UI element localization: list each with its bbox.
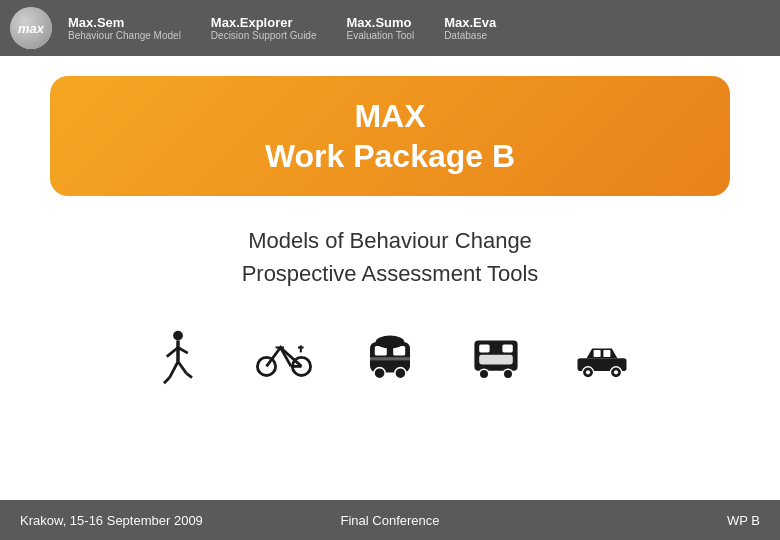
banner-title-line2: Work Package B [110,136,670,176]
svg-line-7 [186,373,192,377]
subtitle-line1: Models of Behaviour Change [242,224,539,257]
nav-sub-label: Decision Support Guide [211,30,317,41]
nav-main-label: Max.Eva [444,15,496,30]
nav-item-maxeva[interactable]: Max.Eva Database [444,15,496,41]
svg-point-19 [395,368,406,379]
svg-point-26 [479,369,489,379]
nav-item-maxexplorer[interactable]: Max.Explorer Decision Support Guide [211,15,317,41]
nav-sub-label: Database [444,30,496,41]
svg-rect-29 [594,350,601,357]
tram-icon [468,330,524,390]
svg-rect-21 [370,357,410,360]
top-navigation-bar: max Max.Sem Behaviour Change Model Max.E… [0,0,780,56]
svg-point-0 [173,331,183,341]
max-logo: max [10,7,52,49]
svg-point-34 [614,370,618,374]
subtitle-line2: Prospective Assessment Tools [242,257,539,290]
footer-bar: Krakow, 15-16 September 2009 Final Confe… [0,500,780,540]
svg-rect-24 [502,344,512,352]
nav-main-label: Max.Sem [68,15,181,30]
svg-point-20 [376,336,405,349]
nav-sub-label: Evaluation Tool [346,30,414,41]
svg-point-18 [374,368,385,379]
footer-wp: WP B [513,513,760,528]
logo-text: max [18,21,44,36]
banner-title-line1: MAX [110,96,670,136]
svg-rect-23 [479,344,489,352]
walking-person-icon [150,330,206,390]
svg-point-33 [586,370,590,374]
svg-rect-30 [603,350,610,357]
subtitle-area: Models of Behaviour Change Prospective A… [242,224,539,290]
svg-line-5 [164,378,170,384]
footer-location: Krakow, 15-16 September 2009 [20,513,267,528]
nav-item-maxsem[interactable]: Max.Sem Behaviour Change Model [68,15,181,41]
svg-rect-25 [479,355,513,365]
nav-main-label: Max.Sumo [346,15,414,30]
nav-sub-label: Behaviour Change Model [68,30,181,41]
main-content: MAX Work Package B Models of Behaviour C… [0,56,780,500]
nav-main-label: Max.Explorer [211,15,317,30]
nav-item-maxsumo[interactable]: Max.Sumo Evaluation Tool [346,15,414,41]
svg-line-4 [170,362,178,378]
footer-conference: Final Conference [267,513,514,528]
car-icon [574,330,630,390]
svg-line-6 [178,362,186,374]
title-banner: MAX Work Package B [50,76,730,196]
svg-point-27 [503,369,513,379]
bicycle-icon [256,330,312,390]
transport-icons-row [150,330,630,390]
bus-icon [362,330,418,390]
logo-area: max [10,7,58,49]
